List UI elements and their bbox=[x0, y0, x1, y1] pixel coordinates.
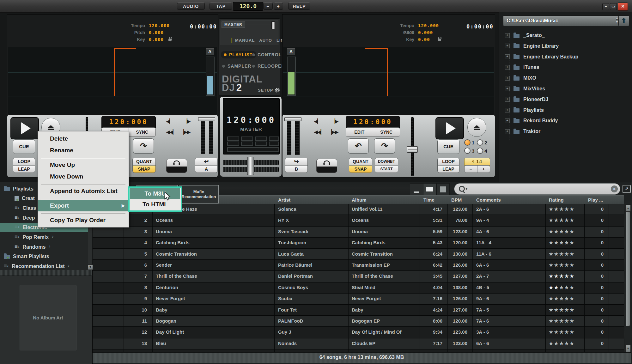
search-clear-icon[interactable]: × bbox=[611, 185, 618, 192]
cell-title[interactable]: Oceans bbox=[153, 215, 275, 226]
table-row[interactable]: 4 Catching Birds Trashlagoon Catching Bi… bbox=[93, 238, 624, 249]
cell-title[interactable]: Never Forget bbox=[153, 294, 275, 304]
cell-artist[interactable]: Nomads bbox=[275, 338, 349, 349]
table-scroll-down-icon[interactable]: ▼ bbox=[625, 345, 631, 352]
cell-rating[interactable]: ★★★★★ bbox=[546, 271, 585, 282]
playlist-item[interactable]: Playlists bbox=[4, 184, 33, 193]
bpm-minus-button[interactable]: – bbox=[263, 3, 273, 10]
expand-plus-icon[interactable]: + bbox=[505, 97, 510, 102]
deck-b-pitch-handle[interactable] bbox=[407, 146, 418, 153]
deck-b-fader-handle[interactable] bbox=[284, 117, 301, 121]
context-menu-item[interactable]: Export ▶ bbox=[38, 200, 129, 211]
deck-a-waveform[interactable]: A bbox=[8, 47, 217, 114]
deck-b-nudge-buttons[interactable]: ◀▏▕▶ ◀◀▏▕▶▶ bbox=[314, 118, 338, 135]
cell-rating[interactable]: ★★★★★ bbox=[546, 227, 585, 237]
minimize-button[interactable]: – bbox=[602, 3, 609, 10]
cell-rating[interactable]: ★★★★★ bbox=[546, 215, 585, 226]
context-menu-item[interactable]: ▶ bbox=[38, 156, 129, 159]
context-menu-item[interactable]: ▶ bbox=[38, 182, 129, 185]
cell-album[interactable]: Unoma bbox=[349, 227, 420, 237]
cell-album[interactable]: Unified Vol.11 bbox=[349, 204, 420, 215]
deck-b-seek-fwd-icon[interactable]: ▕▶▶ bbox=[328, 129, 338, 135]
hotcue-button[interactable]: 1 bbox=[464, 139, 474, 146]
folder-tree-item[interactable]: + _Serato_ bbox=[505, 31, 545, 40]
deck-a-headphone-button[interactable] bbox=[166, 159, 187, 173]
expand-plus-icon[interactable]: + bbox=[505, 76, 510, 81]
folder-tree-item[interactable]: + MixVibes bbox=[505, 84, 545, 93]
context-menu-item[interactable]: ▶ bbox=[38, 197, 129, 200]
cell-album[interactable]: Oceans bbox=[349, 215, 420, 226]
cell-title[interactable]: Catching Birds bbox=[153, 238, 275, 248]
table-row[interactable]: 9 Never Forget Scuba Never Forget 7:16 1… bbox=[93, 294, 624, 305]
deck-b-snap-button[interactable]: SNAP bbox=[349, 165, 372, 173]
table-row[interactable]: 8 Centurion Cosmic Boys Steal Mind 4:04 … bbox=[93, 282, 624, 294]
cell-title[interactable]: Day Of Light bbox=[153, 327, 275, 337]
tab-control[interactable]: CONTROL bbox=[252, 52, 282, 57]
detach-window-icon[interactable]: ↗ bbox=[623, 185, 631, 193]
deck-b-fader-1[interactable] bbox=[287, 119, 291, 155]
gain-auto-option[interactable]: AUTO bbox=[259, 38, 272, 43]
expand-plus-icon[interactable]: + bbox=[505, 33, 510, 38]
context-menu-item[interactable]: Move Down ▶ bbox=[38, 171, 129, 182]
cell-rating[interactable]: ★★★★★ bbox=[546, 294, 585, 304]
table-row[interactable]: 13 Bleu Nomads Clouds EP 7:17 123.00 6A … bbox=[93, 338, 624, 349]
setup-button[interactable]: SETUP bbox=[258, 88, 280, 93]
context-menu-item[interactable]: Rename ▶ bbox=[38, 144, 129, 156]
context-menu-item[interactable]: Copy To Play Order ▶ bbox=[38, 214, 129, 226]
cell-rating[interactable]: ★★★★★ bbox=[546, 238, 585, 248]
deck-a-fader-2[interactable] bbox=[209, 119, 213, 154]
deck-a-cue-button[interactable]: CUE bbox=[13, 139, 35, 154]
cell-title[interactable]: Centurion bbox=[153, 282, 275, 293]
deck-b-quant-snap-buttons[interactable]: QUANT SNAP bbox=[349, 158, 372, 173]
crossfader-handle[interactable] bbox=[247, 157, 254, 175]
folder-up-button[interactable]: ⬆ bbox=[618, 15, 629, 26]
deck-b-sync-button[interactable]: SYNC bbox=[373, 128, 400, 136]
expand-plus-icon[interactable]: + bbox=[505, 129, 510, 134]
expand-plus-icon[interactable]: + bbox=[505, 108, 510, 112]
col-bpm[interactable]: BPM bbox=[448, 196, 473, 204]
context-menu-item[interactable]: Append to Automix List ▶ bbox=[38, 185, 129, 197]
deck-a-play-button[interactable] bbox=[10, 117, 39, 139]
deck-a-fader-1[interactable] bbox=[201, 119, 205, 154]
expand-plus-icon[interactable]: + bbox=[505, 54, 510, 59]
playlist-item[interactable]: ≡ Pop Remix bbox=[15, 233, 54, 242]
master-bpm-display[interactable]: 120.0 bbox=[233, 2, 263, 11]
cell-artist[interactable]: Patrice Bäumel bbox=[275, 260, 349, 270]
cell-rating[interactable]: ★★★★★ bbox=[546, 305, 585, 315]
cell-rating[interactable]: ★★★★★ bbox=[546, 338, 585, 349]
cell-rating[interactable]: ★★★★★ bbox=[546, 316, 585, 326]
cell-title[interactable]: Bogogan bbox=[153, 316, 275, 326]
deck-a-loop-leap-buttons[interactable]: LOOP LEAP bbox=[13, 158, 35, 173]
cell-artist[interactable]: Daniel Portman bbox=[275, 271, 349, 282]
deck-b-cue-button[interactable]: CUE bbox=[437, 139, 459, 154]
cell-album[interactable]: Cosmic Transition bbox=[349, 249, 420, 259]
cell-album[interactable]: Transmission EP bbox=[349, 260, 420, 270]
expand-plus-icon[interactable]: + bbox=[505, 65, 510, 70]
deck-b-nudge-fwd-icon[interactable]: ▕▶ bbox=[331, 118, 338, 124]
deck-a-quant-button[interactable]: QUANT bbox=[133, 158, 155, 165]
close-button[interactable]: ✕ bbox=[618, 3, 628, 11]
deck-a-key-lock-icon[interactable] bbox=[168, 38, 172, 41]
deck-b-key-lock-icon[interactable] bbox=[438, 39, 441, 41]
cell-title[interactable]: Thrill of the Chase bbox=[153, 271, 275, 282]
deck-b-waveform[interactable]: A bbox=[283, 47, 494, 114]
gain-manual-option[interactable]: MANUAL bbox=[235, 38, 255, 43]
tap-button[interactable]: TAP bbox=[210, 3, 232, 10]
table-scroll-up-icon[interactable]: ▲ bbox=[625, 205, 631, 212]
col-album[interactable]: Album bbox=[349, 196, 420, 204]
deck-a-seek-fwd-icon[interactable]: ▕▶▶ bbox=[180, 129, 190, 135]
cell-artist[interactable]: Scuba bbox=[275, 294, 349, 304]
deck-a-loop-button[interactable]: LOOP bbox=[13, 158, 35, 165]
deck-b-loop-in-button[interactable]: ↶ bbox=[348, 138, 369, 154]
deck-b-loop-length-buttons[interactable]: – + bbox=[464, 165, 490, 173]
table-row[interactable]: 10 Baby Four Tet Baby 4:24 127.00 7A - 5… bbox=[93, 305, 624, 316]
cell-album[interactable]: Catching Birds bbox=[349, 238, 420, 248]
playlist-item[interactable]: + Smart Playlists bbox=[4, 252, 49, 261]
table-row[interactable]: 2 Oceans RY X Oceans 5:31 78.00 9A - 4 ★… bbox=[93, 215, 624, 226]
playlist-item[interactable]: ≡ Recommendation List bbox=[4, 262, 70, 271]
audio-button[interactable]: AUDIO bbox=[177, 3, 205, 10]
deck-b-assign-button[interactable]: ↪ B bbox=[285, 158, 308, 173]
cell-title[interactable]: Sender bbox=[153, 260, 275, 270]
hotcue-button[interactable]: 3 bbox=[464, 148, 474, 154]
deck-b-downbt-button[interactable]: DOWNBT bbox=[375, 158, 398, 165]
